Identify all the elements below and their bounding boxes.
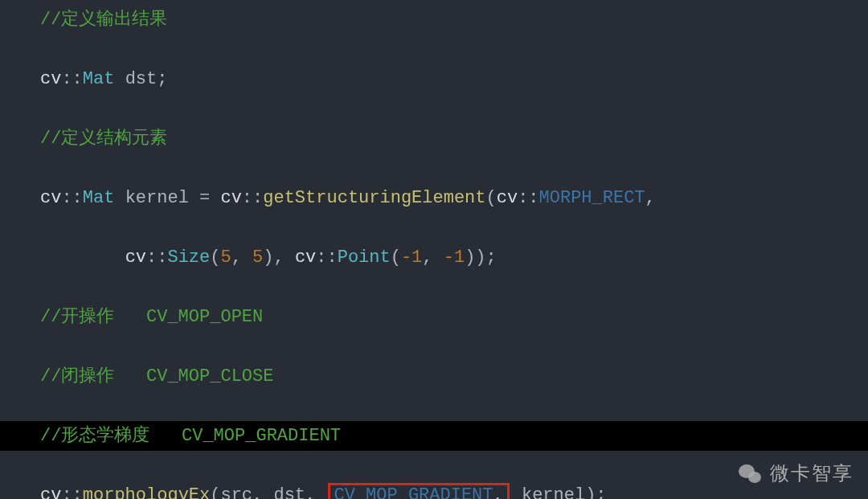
type: Point	[338, 247, 391, 268]
highlighted-box: CV_MOP_GRADIENT,	[328, 483, 509, 499]
number: -1	[444, 247, 465, 268]
namespace: cv	[125, 247, 146, 268]
identifier: src	[220, 485, 252, 499]
type: Size	[167, 247, 210, 268]
namespace: cv	[40, 69, 61, 89]
namespace: cv	[220, 188, 241, 208]
number: 5	[252, 247, 263, 268]
watermark-text: 微卡智享	[770, 458, 854, 488]
identifier: dst	[125, 69, 158, 89]
namespace: cv	[40, 485, 61, 499]
comment: //开操作 CV_MOP_OPEN	[40, 307, 263, 327]
function-call: getStructuringElement	[263, 188, 485, 208]
constant: CV_MOP_GRADIENT	[334, 485, 493, 499]
namespace: cv	[295, 247, 316, 268]
number: 5	[220, 247, 231, 268]
constant: MORPH_RECT	[539, 188, 645, 208]
identifier: dst	[273, 485, 305, 499]
type: Mat	[83, 69, 115, 89]
comment: //闭操作 CV_MOP_CLOSE	[40, 366, 273, 387]
type: Mat	[83, 188, 115, 208]
namespace: cv	[40, 188, 61, 208]
comment: //形态学梯度 CV_MOP_GRADIENT	[40, 426, 341, 446]
code-block: //定义输出结果 cv::Mat dst; //定义结构元素 cv::Mat k…	[0, 0, 868, 499]
comment: //定义结构元素	[40, 129, 167, 149]
namespace: cv	[497, 188, 518, 208]
punct: ,	[493, 485, 504, 499]
function-call: morphologyEx	[83, 485, 210, 499]
watermark: 微卡智享	[738, 458, 854, 488]
identifier: kernel	[125, 188, 189, 208]
wechat-icon	[738, 463, 762, 484]
number: -1	[401, 247, 422, 268]
identifier: kernel	[522, 485, 585, 499]
comment: //定义输出结果	[40, 10, 167, 30]
